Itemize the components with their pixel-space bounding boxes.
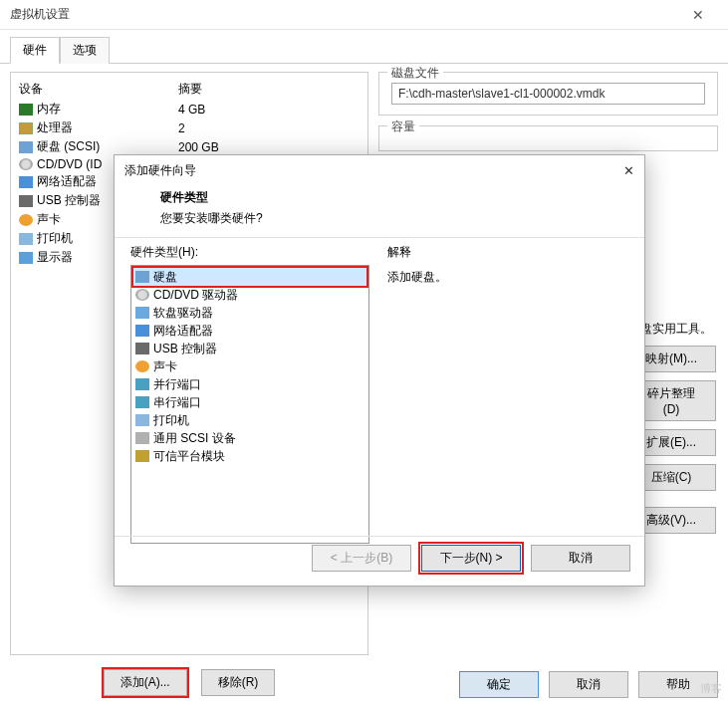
device-icon — [19, 252, 33, 264]
device-icon — [19, 195, 33, 207]
device-icon — [19, 233, 33, 245]
ok-button[interactable]: 确定 — [459, 671, 539, 698]
device-name: 处理器 — [37, 119, 73, 136]
hardware-icon — [135, 414, 149, 426]
hardware-item-label: USB 控制器 — [153, 341, 217, 357]
hardware-item-label: 通用 SCSI 设备 — [153, 430, 236, 447]
next-button[interactable]: 下一步(N) > — [421, 545, 521, 572]
hardware-icon — [135, 432, 149, 444]
hardware-type-item[interactable]: 串行端口 — [133, 393, 366, 411]
hardware-type-item[interactable]: 硬盘 — [133, 268, 366, 286]
back-button: < 上一步(B) — [312, 545, 411, 572]
hardware-type-item[interactable]: 网络适配器 — [133, 322, 366, 340]
hardware-type-item[interactable]: 打印机 — [133, 411, 366, 429]
device-icon — [19, 141, 33, 153]
hardware-icon — [135, 396, 149, 408]
tab-hardware[interactable]: 硬件 — [10, 37, 60, 64]
device-name: 显示器 — [37, 249, 73, 266]
add-hardware-wizard: 添加硬件向导 ✕ 硬件类型 您要安装哪类硬件? 硬件类型(H): 硬盘CD/DV… — [114, 154, 645, 587]
summary-header: 摘要 — [178, 81, 202, 98]
hardware-type-item[interactable]: USB 控制器 — [133, 340, 366, 357]
hardware-item-label: 可信平台模块 — [153, 448, 225, 465]
hardware-icon — [135, 343, 149, 354]
device-name: 打印机 — [37, 230, 73, 247]
device-icon — [19, 214, 33, 226]
hardware-type-item[interactable]: 并行端口 — [133, 375, 366, 393]
tab-options[interactable]: 选项 — [60, 37, 110, 64]
hardware-item-label: CD/DVD 驱动器 — [153, 287, 238, 304]
hardware-type-item[interactable]: 通用 SCSI 设备 — [133, 429, 366, 447]
device-name: USB 控制器 — [37, 192, 101, 209]
device-header: 设备 — [19, 81, 178, 98]
watermark: 博客 — [700, 681, 722, 696]
hardware-item-label: 并行端口 — [153, 376, 201, 393]
wizard-subhead: 您要安装哪类硬件? — [160, 210, 628, 227]
device-icon — [19, 122, 33, 134]
hardware-icon — [135, 307, 149, 319]
device-name: 声卡 — [37, 211, 61, 228]
hardware-icon — [135, 360, 149, 372]
device-summary: 200 GB — [178, 140, 360, 154]
hardware-item-label: 硬盘 — [153, 269, 177, 286]
device-name: 网络适配器 — [37, 173, 97, 190]
hardware-icon — [135, 271, 149, 283]
explain-label: 解释 — [387, 244, 628, 261]
device-name: 硬盘 (SCSI) — [37, 138, 100, 155]
hardware-item-label: 打印机 — [153, 412, 189, 429]
tab-bar: 硬件 选项 — [0, 30, 728, 64]
wizard-close-icon[interactable]: ✕ — [623, 163, 634, 178]
close-icon[interactable]: ✕ — [678, 7, 718, 23]
hardware-icon — [135, 289, 149, 301]
cancel-button[interactable]: 取消 — [549, 671, 628, 698]
hardware-item-label: 串行端口 — [153, 394, 201, 411]
hardware-type-label: 硬件类型(H): — [130, 244, 369, 261]
hardware-icon — [135, 325, 149, 337]
hardware-icon — [135, 378, 149, 390]
hardware-item-label: 软盘驱动器 — [153, 305, 213, 322]
device-icon — [19, 104, 33, 116]
hardware-type-list[interactable]: 硬盘CD/DVD 驱动器软盘驱动器网络适配器USB 控制器声卡并行端口串行端口打… — [130, 265, 369, 544]
wizard-title: 添加硬件向导 — [124, 162, 623, 179]
hardware-type-item[interactable]: CD/DVD 驱动器 — [133, 286, 366, 304]
hardware-type-item[interactable]: 可信平台模块 — [133, 447, 366, 465]
hardware-item-label: 网络适配器 — [153, 323, 213, 340]
disk-path-field[interactable]: F:\cdh-master\slave1-cl1-000002.vmdk — [391, 83, 705, 105]
device-name: 内存 — [37, 101, 61, 118]
device-icon — [19, 158, 33, 170]
hardware-item-label: 声卡 — [153, 358, 177, 375]
wizard-heading: 硬件类型 — [160, 189, 628, 206]
explain-text: 添加硬盘。 — [387, 269, 628, 286]
capacity-group-title: 容量 — [387, 118, 419, 135]
device-row[interactable]: 内存4 GB — [15, 100, 364, 118]
device-name: CD/DVD (ID — [37, 157, 102, 171]
hardware-icon — [135, 450, 149, 462]
device-summary: 4 GB — [178, 103, 360, 117]
disk-file-group-title: 磁盘文件 — [387, 65, 443, 82]
wizard-cancel-button[interactable]: 取消 — [531, 545, 630, 572]
device-icon — [19, 176, 33, 188]
window-title: 虚拟机设置 — [10, 6, 678, 23]
device-summary: 2 — [178, 121, 360, 135]
device-row[interactable]: 处理器2 — [15, 118, 364, 137]
hardware-type-item[interactable]: 声卡 — [133, 357, 366, 375]
hardware-type-item[interactable]: 软盘驱动器 — [133, 304, 366, 322]
